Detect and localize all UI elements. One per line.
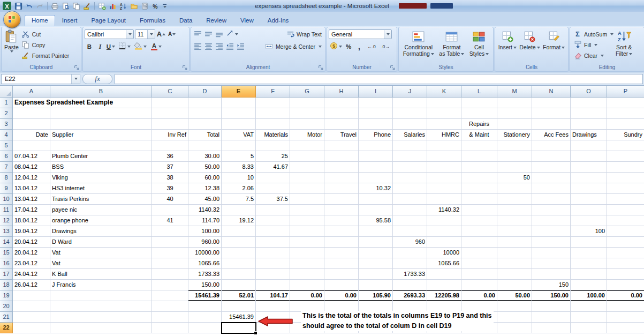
column-header-K[interactable]: K <box>427 86 461 98</box>
cell-E7[interactable]: 8.33 <box>222 162 256 173</box>
cell-F4[interactable]: Materials <box>256 130 290 140</box>
cell-P22[interactable] <box>607 323 644 333</box>
cell-M11[interactable] <box>497 205 532 215</box>
cell-N2[interactable] <box>532 108 571 119</box>
tab-formulas[interactable]: Formulas <box>133 15 172 26</box>
cell-G9[interactable] <box>290 183 324 194</box>
cell-J10[interactable] <box>393 194 427 205</box>
cell-E9[interactable]: 2.06 <box>222 183 256 194</box>
cell-B10[interactable]: Travis Perkins <box>50 194 152 205</box>
cell-A3[interactable] <box>13 119 50 130</box>
cell-P11[interactable] <box>607 205 644 215</box>
cell-I18[interactable] <box>359 280 393 290</box>
cell-N22[interactable] <box>532 323 571 333</box>
cell-J1[interactable] <box>393 98 427 108</box>
cell-D17[interactable]: 1733.33 <box>188 269 222 280</box>
cell-B18[interactable]: J Francis <box>50 280 152 290</box>
cell-G8[interactable] <box>290 173 324 183</box>
column-header-I[interactable]: I <box>359 86 393 98</box>
cell-B7[interactable]: BSS <box>50 162 152 173</box>
cell-A10[interactable]: 13.04.12 <box>13 194 50 205</box>
clipboard-dialog-launcher-icon[interactable] <box>74 65 80 71</box>
cell-A2[interactable] <box>13 108 50 119</box>
cell-E5[interactable] <box>222 140 256 151</box>
tab-add-ins[interactable]: Add-Ins <box>261 15 296 26</box>
cell-E13[interactable] <box>222 226 256 237</box>
cell-E10[interactable]: 7.5 <box>222 194 256 205</box>
cell-G3[interactable] <box>290 119 324 130</box>
cell-O9[interactable] <box>571 183 607 194</box>
cell-M20[interactable] <box>497 301 532 312</box>
cell-H5[interactable] <box>324 140 359 151</box>
annotation-textbox[interactable]: This is the total of the totals in colum… <box>301 311 494 331</box>
cell-L1[interactable] <box>461 98 497 108</box>
cell-M10[interactable] <box>497 194 532 205</box>
print-button[interactable] <box>50 1 60 11</box>
cell-F17[interactable] <box>256 269 290 280</box>
cell-G13[interactable] <box>290 226 324 237</box>
row-header-8[interactable]: 8 <box>0 173 13 183</box>
cell-N10[interactable] <box>532 194 571 205</box>
office-button[interactable] <box>3 11 21 28</box>
cell-K6[interactable] <box>427 151 461 162</box>
cell-A7[interactable]: 08.04.12 <box>13 162 50 173</box>
cell-C7[interactable]: 37 <box>152 162 188 173</box>
cell-I19[interactable]: 105.90 <box>359 290 393 301</box>
cell-J15[interactable] <box>393 248 427 258</box>
cell-O15[interactable] <box>571 248 607 258</box>
cell-K13[interactable] <box>427 226 461 237</box>
cell-P10[interactable] <box>607 194 644 205</box>
cell-I13[interactable] <box>359 226 393 237</box>
cell-G6[interactable] <box>290 151 324 162</box>
cell-L18[interactable] <box>461 280 497 290</box>
cell-F18[interactable] <box>256 280 290 290</box>
cell-C16[interactable] <box>152 258 188 269</box>
font-color-button[interactable]: A <box>149 42 164 51</box>
cell-I15[interactable] <box>359 248 393 258</box>
cell-C14[interactable] <box>152 237 188 248</box>
row-header-11[interactable]: 11 <box>0 205 13 215</box>
conditional-formatting-button[interactable]: Conditional Formatting <box>402 28 435 64</box>
cell-L5[interactable] <box>461 140 497 151</box>
align-top-button[interactable] <box>193 29 202 39</box>
cell-F14[interactable] <box>256 237 290 248</box>
cell-O20[interactable] <box>571 301 607 312</box>
column-header-B[interactable]: B <box>50 86 152 98</box>
cell-N7[interactable] <box>532 162 571 173</box>
cell-O17[interactable] <box>571 269 607 280</box>
align-right-button[interactable] <box>214 42 224 51</box>
cell-C22[interactable] <box>152 323 188 333</box>
cell-A5[interactable] <box>13 140 50 151</box>
row-header-9[interactable]: 9 <box>0 183 13 194</box>
cell-A4[interactable]: Date <box>13 130 50 140</box>
cell-G12[interactable] <box>290 215 324 226</box>
cell-B19[interactable] <box>50 290 152 301</box>
excel-app-icon[interactable]: X <box>2 1 12 11</box>
cell-L10[interactable] <box>461 194 497 205</box>
cell-M9[interactable] <box>497 183 532 194</box>
column-header-C[interactable]: C <box>152 86 188 98</box>
save-button[interactable] <box>13 1 24 11</box>
cell-N9[interactable] <box>532 183 571 194</box>
cell-O10[interactable] <box>571 194 607 205</box>
insert-function-button[interactable]: fx <box>82 74 112 84</box>
cell-H14[interactable] <box>324 237 359 248</box>
cell-B12[interactable]: orange phone <box>50 215 152 226</box>
copy-button[interactable] <box>71 1 81 11</box>
cell-G20[interactable] <box>290 301 324 312</box>
cell-B17[interactable]: K Ball <box>50 269 152 280</box>
cell-F20[interactable] <box>256 301 290 312</box>
cell-H9[interactable] <box>324 183 359 194</box>
cell-P19[interactable]: 0.00 <box>607 290 644 301</box>
cell-E3[interactable] <box>222 119 256 130</box>
cell-K9[interactable] <box>427 183 461 194</box>
cell-K18[interactable] <box>427 280 461 290</box>
cell-C1[interactable] <box>152 98 188 108</box>
font-name-combo[interactable]: Calibri <box>85 29 134 39</box>
cell-P7[interactable] <box>607 162 644 173</box>
cell-O22[interactable] <box>571 323 607 333</box>
row-header-20[interactable]: 20 <box>0 301 13 312</box>
undo-button[interactable] <box>24 1 34 11</box>
cell-J6[interactable] <box>393 151 427 162</box>
cell-I2[interactable] <box>359 108 393 119</box>
